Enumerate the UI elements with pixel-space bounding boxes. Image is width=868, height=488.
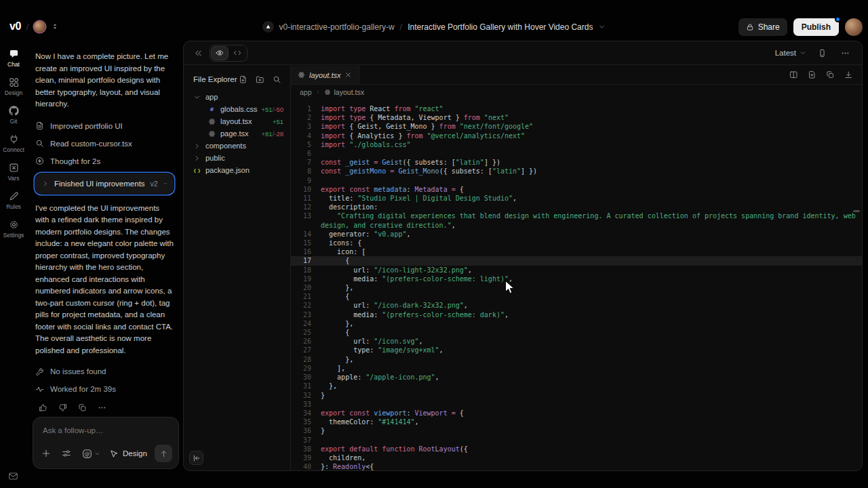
code-line[interactable]: 7const _geist = Geist({ subsets: ["latin… [291,158,862,167]
code-line[interactable]: 39 children, [291,453,862,462]
copy-button[interactable] [825,70,835,81]
code-line[interactable]: 23 media: "(prefers-color-scheme: dark)"… [291,310,862,319]
rail-item-design[interactable]: Design [0,77,27,96]
rail-item-connect[interactable]: Connect [0,134,27,153]
panel-more-button[interactable] [837,45,852,60]
rail-item-chat[interactable]: Chat [0,49,27,68]
code-line[interactable]: 25 { [291,328,862,337]
file-tree-item-components[interactable]: components [184,140,290,152]
code-line[interactable]: 29 ], [291,364,862,373]
file-tree-item-public[interactable]: public [184,152,290,164]
project-name[interactable]: v0-interactive-portfolio-gallery-w [279,22,395,32]
chat-step[interactable]: Thought for 2s [35,152,174,170]
tab-layout-tsx[interactable]: layout.tsx [291,66,359,84]
file-tree-item-app[interactable]: app [184,91,290,103]
chat-step[interactable]: Read custom-cursor.tsx [35,135,174,152]
follow-up-input[interactable] [37,422,174,439]
code-line[interactable]: 4import { Analytics } from "@vercel/anal… [291,131,862,140]
chat-step[interactable]: Improved portfolio UI [35,117,174,135]
publish-button[interactable]: Publish [793,18,839,36]
rail-item-vars[interactable]: Vars [0,163,27,182]
code-line[interactable]: 38export default function RootLayout({ [291,445,862,453]
code-line[interactable]: 34export const viewport: Viewport = { [291,409,862,418]
split-view-button[interactable] [788,70,799,81]
code-line[interactable]: 24 }, [291,319,862,328]
breadcrumb-folder[interactable]: app [300,88,312,96]
rail-item-rules[interactable]: Rules [0,191,27,210]
code-line[interactable]: 22 url: "/icon-dark-32x32.png", [291,301,862,310]
user-avatar[interactable] [845,18,863,36]
code-line[interactable]: 40}: Readonly<{ [291,462,862,470]
code-line[interactable]: 19 media: "(prefers-color-scheme: light)… [291,274,862,283]
copy-button[interactable] [75,400,90,415]
mention-chip[interactable]: @ [82,449,100,459]
file-tree-item-layout-tsx[interactable]: layout.tsx +51 [184,115,290,127]
download-button[interactable] [843,70,854,81]
settings-sliders-button[interactable] [62,449,71,458]
breadcrumb-file[interactable]: layout.tsx [334,88,364,96]
code-line[interactable]: 31 }, [291,382,862,390]
file-tree-item-package-json[interactable]: { } package.json [184,164,290,176]
code-toggle-button[interactable] [229,47,245,60]
team-avatar[interactable] [34,21,45,33]
code-area[interactable]: 1import type React from "react" 2import … [291,99,862,470]
code-line[interactable]: 10export const metadata: Metadata = { [291,185,862,194]
code-line[interactable]: 21 { [291,292,862,301]
design-mode-chip[interactable]: Design [110,449,147,458]
project-icon-circle[interactable] [262,21,274,33]
code-line[interactable]: 8const _geistMono = Geist_Mono({ subsets… [291,167,862,176]
attach-button[interactable] [41,449,51,458]
thumbs-up-button[interactable] [35,400,50,415]
collapse-explorer-button[interactable] [189,451,203,465]
close-icon[interactable] [344,71,352,79]
file-tree-item-page-tsx[interactable]: page.tsx +81/-28 [184,127,290,140]
search-button[interactable] [271,74,282,85]
code-line[interactable]: 6 [291,149,862,158]
rail-item-git[interactable]: Git [0,106,27,125]
file-diff-button[interactable] [806,70,817,81]
preview-toggle-button[interactable] [212,47,228,60]
code-line[interactable]: 32} [291,391,862,400]
collapse-panel-button[interactable] [191,45,205,60]
code-line[interactable]: 1import type React from "react" [291,104,862,113]
device-preview-button[interactable] [814,45,829,60]
more-button[interactable] [94,400,109,415]
code-line[interactable]: 26 url: "/icon.svg", [291,337,862,346]
code-line[interactable]: 13 "Crafting digital experiences that bl… [291,211,862,229]
rail-item-settings[interactable]: Settings [0,220,27,239]
finished-task-card[interactable]: Finished UI improvements v2 [35,174,174,194]
code-line[interactable]: 5import "./globals.css" [291,140,862,149]
share-button[interactable]: Share [738,18,787,36]
code-line[interactable]: 11 title: "Studio Pixel | Digital Design… [291,194,862,203]
code-line[interactable]: 3import { Geist, Geist_Mono } from "next… [291,122,862,131]
mail-icon[interactable] [8,471,18,481]
folder-plus-button[interactable] [254,74,265,85]
more-options-icon[interactable] [163,179,167,188]
code-line[interactable]: 37 [291,436,862,445]
code-line[interactable]: 15 icons: { [291,239,862,247]
code-line[interactable]: 35 themeColor: "#141414", [291,418,862,426]
chat-title[interactable]: Interactive Portfolio Gallery with Hover… [408,22,593,32]
code-line[interactable]: 36} [291,426,862,435]
code-line[interactable]: 20 }, [291,283,862,292]
code-line[interactable]: 27 type: "image/svg+xml", [291,346,862,354]
thumbs-down-button[interactable] [55,400,70,415]
code-line[interactable]: 33 [291,400,862,409]
code-line[interactable]: 18 url: "/icon-light-32x32.png", [291,266,862,274]
chevron-down-icon[interactable] [598,23,606,30]
code-line[interactable]: 12 description: [291,203,862,211]
code-line[interactable]: 2import type { Metadata, Viewport } from… [291,113,862,122]
file-tree-item-globals-css[interactable]: # globals.css +51/-50 [184,103,290,115]
code-line[interactable]: 30 apple: "/apple-icon.png", [291,373,862,382]
version-dropdown[interactable]: Latest [775,49,806,57]
status-row[interactable]: Worked for 2m 39s [35,380,174,398]
code-line[interactable]: 14 generator: "v0.app", [291,230,862,239]
file-plus-button[interactable] [237,74,248,85]
status-row[interactable]: No issues found [35,363,174,380]
code-line[interactable]: 17 { [291,256,862,265]
send-button[interactable] [155,445,172,462]
code-line[interactable]: 9 [291,176,862,185]
code-line[interactable]: 28 }, [291,355,862,364]
scrollbar-thumb[interactable] [853,210,860,212]
code-line[interactable]: 16 icon: [ [291,247,862,256]
